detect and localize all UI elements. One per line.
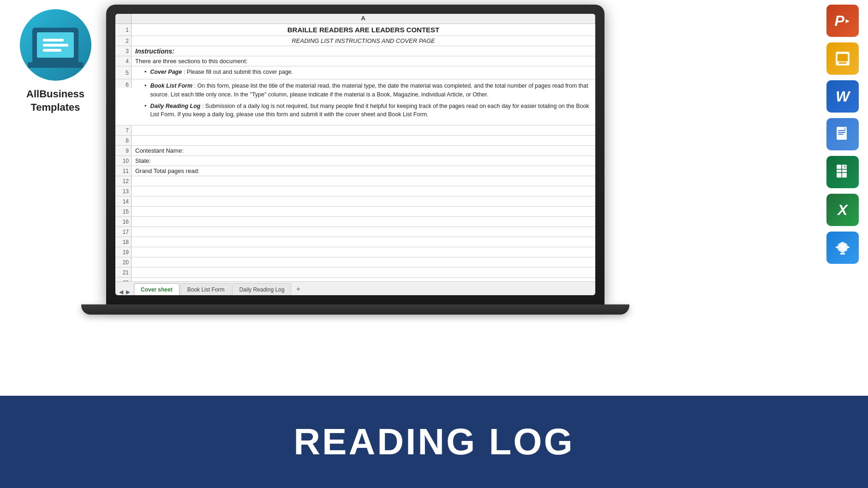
svg-rect-3 <box>843 62 846 64</box>
col-a-header: A <box>132 14 595 24</box>
tab-daily-reading-log[interactable]: Daily Reading Log <box>232 283 291 295</box>
scroll-right-icon[interactable]: ▶ <box>126 289 130 295</box>
row-1-content: BRAILLE READERS ARE LEADERS CONTEST <box>132 24 595 36</box>
table-row: 2 READING LIST INSTRUCTIONS AND COVER PA… <box>115 36 595 46</box>
sheets-svg <box>834 163 851 181</box>
logo-list-line <box>43 49 61 52</box>
corner-header <box>115 14 132 24</box>
row-5-content: • Cover Page : Please fill out and submi… <box>132 66 595 79</box>
right-icons-panel: P ► W X <box>826 5 859 264</box>
table-row: 11 Grand Total pages read: <box>115 166 595 176</box>
svg-rect-1 <box>838 54 848 61</box>
svg-rect-6 <box>838 132 845 133</box>
table-row: 22 <box>115 278 595 281</box>
laptop-body: A 1 BRAILLE READERS ARE LEADERS CONTEST … <box>106 5 605 304</box>
excel-label: X <box>838 202 847 219</box>
logo-circle <box>20 9 91 81</box>
table-row: 6 • Book List Form : On this form, pleas… <box>115 79 595 125</box>
table-row: 14 <box>115 196 595 207</box>
state-row: State: <box>132 156 595 166</box>
logo-laptop <box>32 28 78 62</box>
table-row: 9 Contestant Name: <box>115 146 595 156</box>
row-3-content: Instructions: <box>132 46 595 56</box>
powerpoint-label: P <box>834 12 844 30</box>
table-row: 12 <box>115 176 595 186</box>
word-label: W <box>836 88 850 105</box>
table-row: 18 <box>115 237 595 247</box>
table-row: 1 BRAILLE READERS ARE LEADERS CONTEST <box>115 24 595 36</box>
table-row: 21 <box>115 268 595 278</box>
logo-list-line <box>43 39 64 42</box>
table-row: 8 <box>115 136 595 146</box>
svg-rect-7 <box>838 134 844 135</box>
bullet-cover-page: • Cover Page : Please fill out and submi… <box>135 68 293 77</box>
dropbox-svg <box>833 238 852 257</box>
google-sheets-icon[interactable] <box>826 156 859 188</box>
bullet-daily-log: • Daily Reading Log : Submission of a da… <box>135 102 592 119</box>
laptop-screen: A 1 BRAILLE READERS ARE LEADERS CONTEST … <box>115 14 595 295</box>
spreadsheet-body: 1 BRAILLE READERS ARE LEADERS CONTEST 2 … <box>115 24 595 281</box>
banner-title: READING LOG <box>293 421 574 463</box>
row-6-content: • Book List Form : On this form, please … <box>132 79 595 122</box>
slides-svg <box>833 49 852 68</box>
tab-book-list-form[interactable]: Book List Form <box>180 283 232 295</box>
logo-list-line <box>43 44 68 47</box>
row-2-content: READING LIST INSTRUCTIONS AND COVER PAGE <box>132 36 595 46</box>
excel-icon[interactable]: X <box>826 194 859 226</box>
bullet-book-list: • Book List Form : On this form, please … <box>135 82 592 99</box>
table-row: 17 <box>115 227 595 237</box>
laptop-container: A 1 BRAILLE READERS ARE LEADERS CONTEST … <box>106 5 605 327</box>
spreadsheet: A 1 BRAILLE READERS ARE LEADERS CONTEST … <box>115 14 595 295</box>
word-icon[interactable]: W <box>826 80 859 113</box>
table-row: 5 • Cover Page : Please fill out and sub… <box>115 66 595 79</box>
logo-area: AllBusiness Templates <box>9 9 102 114</box>
contestant-name-row: Contestant Name: <box>132 146 595 155</box>
column-header: A <box>115 14 595 24</box>
tabs-bar: ◀ ▶ Cover sheet Book List Form Daily Rea… <box>115 281 595 295</box>
table-row: 13 <box>115 186 595 196</box>
table-row: 19 <box>115 247 595 257</box>
logo-text: AllBusiness Templates <box>26 88 84 114</box>
tab-cover-sheet[interactable]: Cover sheet <box>134 283 180 295</box>
table-row: 4 There are three sections to this docum… <box>115 56 595 66</box>
powerpoint-icon[interactable]: P ► <box>826 5 859 37</box>
logo-screen <box>37 32 74 58</box>
logo-list-lines <box>43 39 68 52</box>
table-row: 10 State: <box>115 156 595 166</box>
dropbox-icon[interactable] <box>826 232 859 264</box>
google-docs-icon[interactable] <box>826 118 859 150</box>
svg-rect-2 <box>839 62 843 64</box>
table-row: 7 <box>115 125 595 136</box>
table-row: 15 <box>115 207 595 217</box>
google-slides-icon[interactable] <box>826 42 859 75</box>
row-4-content: There are three sections to this documen… <box>132 56 595 66</box>
grand-total-row: Grand Total pages read: <box>132 166 595 176</box>
table-row: 3 Instructions: <box>115 46 595 56</box>
add-sheet-button[interactable]: + <box>292 283 304 295</box>
table-row: 20 <box>115 257 595 268</box>
laptop-base <box>81 304 629 315</box>
docs-svg <box>834 125 851 143</box>
svg-marker-18 <box>840 253 845 255</box>
scroll-left-icon[interactable]: ◀ <box>119 289 123 295</box>
svg-rect-5 <box>838 130 845 131</box>
bottom-banner: READING LOG <box>0 396 868 488</box>
table-row: 16 <box>115 217 595 227</box>
